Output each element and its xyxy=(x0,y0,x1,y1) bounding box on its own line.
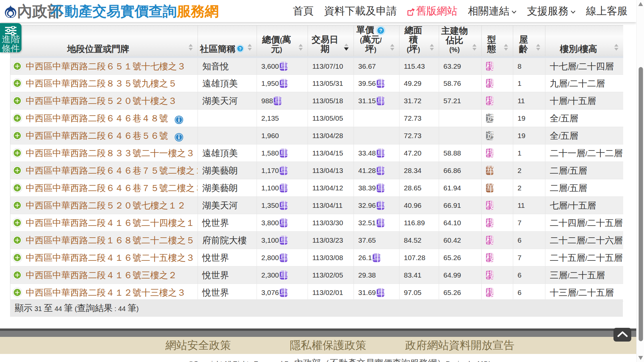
svg-text:?: ? xyxy=(379,27,382,33)
svg-text:?: ? xyxy=(239,46,241,51)
